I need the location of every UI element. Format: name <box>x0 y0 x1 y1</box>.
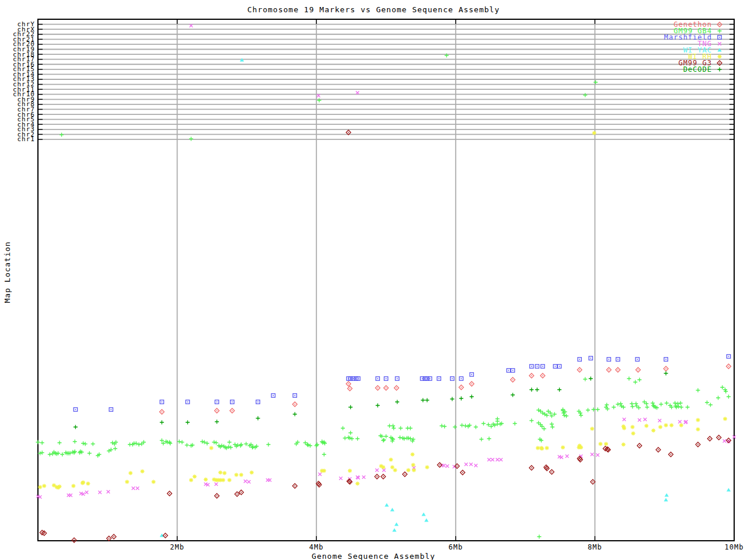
marker-tng <box>643 418 647 421</box>
marker-gm99-gb4 <box>634 402 638 406</box>
marker-wi-rh <box>204 478 208 482</box>
marker-tng <box>268 478 271 482</box>
marker-marshfield <box>607 358 610 361</box>
marker-genethon <box>469 382 474 386</box>
marker-wi-yac <box>665 494 669 497</box>
marker-gm99-gb4 <box>705 401 709 405</box>
marker-gm99-gb4 <box>579 414 583 418</box>
marker-wi-rh <box>411 463 416 467</box>
marker-gm99-g3 <box>375 474 379 479</box>
marker-gm99-gb4 <box>409 426 413 430</box>
marker-marshfield <box>437 377 441 380</box>
marker-gm99-g3 <box>717 435 721 440</box>
marker-gm99-gb4 <box>185 443 189 447</box>
marker-wi-yac <box>727 488 731 492</box>
marker-wi-rh <box>125 480 129 484</box>
marker-tng <box>244 480 247 483</box>
marker-decode <box>450 397 454 401</box>
marker-wi-rh <box>86 482 90 486</box>
marker-wi-rh <box>152 480 156 484</box>
marker-wi-rh <box>189 478 193 482</box>
marker-wi-rh <box>38 485 42 489</box>
marker-gm99-gb4 <box>306 443 310 447</box>
marker-gm99-gb4 <box>343 436 347 440</box>
marker-gm99-gb4 <box>659 402 663 407</box>
x-tick-label-6Mb: 6Mb <box>448 543 463 551</box>
marker-gm99-gb4 <box>391 424 395 428</box>
marker-gm99-gb4 <box>266 443 270 447</box>
marker-wi-rh <box>651 429 655 433</box>
marker-marshfield <box>256 400 260 404</box>
marker-gm99-gb4 <box>562 414 566 418</box>
marker-tng <box>678 420 682 424</box>
marker-wi-rh <box>412 468 416 473</box>
marker-wi-rh <box>42 484 46 488</box>
marker-wi-rh <box>393 468 397 473</box>
marker-gm99-g3 <box>637 443 642 448</box>
marker-gm99-gb4 <box>727 395 731 399</box>
marker-gm99-g3 <box>111 534 116 539</box>
marker-wi-rh <box>348 469 352 473</box>
marker-decode <box>74 425 78 429</box>
marker-marshfield <box>271 394 275 397</box>
marker-marshfield <box>530 365 533 368</box>
marker-genethon <box>347 386 352 391</box>
marker-gm99-g3 <box>107 536 111 541</box>
marker-gm99-gb4 <box>442 425 446 429</box>
x-tick-label-8Mb: 8Mb <box>588 543 602 551</box>
marker-gm99-gb4 <box>83 442 88 446</box>
marker-genethon <box>529 373 534 378</box>
marker-gm99-gb4 <box>409 437 413 441</box>
plot-border <box>38 19 734 541</box>
marker-gm99-gb4 <box>616 402 620 407</box>
marker-marshfield <box>451 377 454 380</box>
marker-wi-rh <box>406 468 410 473</box>
marker-gm99-gb4 <box>720 386 724 390</box>
marker-gm99-gb4 <box>696 388 700 393</box>
marker-wi-rh <box>140 470 144 474</box>
marker-marshfield <box>395 377 399 380</box>
marker-wi-rh <box>630 425 634 429</box>
series-wi-rh <box>38 131 727 490</box>
marker-wi-rh <box>228 478 232 482</box>
marker-decode <box>293 412 297 416</box>
marker-gm99-g3 <box>403 472 407 477</box>
marker-genethon <box>664 366 668 371</box>
marker-wi-rh <box>250 471 254 475</box>
marker-wi-rh <box>425 466 429 470</box>
marker-marshfield <box>535 365 539 368</box>
marker-wi-rh <box>389 458 393 462</box>
marker-gm99-gb4 <box>529 419 533 423</box>
marker-wi-rh <box>590 427 594 431</box>
marker-marshfield <box>541 365 544 368</box>
marker-gm99-gb4 <box>481 422 486 426</box>
marker-marshfield <box>376 377 379 380</box>
marker-tng <box>623 418 626 421</box>
marker-wi-rh <box>723 417 727 421</box>
marker-gm99-gb4 <box>388 424 392 428</box>
marker-tng <box>362 475 366 479</box>
marker-tng <box>596 453 599 457</box>
marker-wi-rh <box>679 424 683 428</box>
marker-gm99-g3 <box>656 447 661 452</box>
marker-gm99-gb4 <box>229 446 233 450</box>
marker-decode <box>215 420 219 424</box>
page-title: Chromosome 19 Markers vs Genome Sequence… <box>0 5 747 14</box>
marker-tng <box>85 491 89 494</box>
marker-gm99-gb4 <box>251 445 255 449</box>
marker-genethon <box>616 368 620 372</box>
marker-decode <box>664 372 668 376</box>
x-tick-label-10Mb: 10Mb <box>725 543 744 551</box>
marker-genethon <box>540 373 545 378</box>
marker-genethon <box>384 386 389 390</box>
y-axis-label: Map Location <box>3 247 12 303</box>
marker-tng <box>69 494 72 497</box>
marker-gm99-gb4 <box>594 80 598 85</box>
marker-gm99-gb4 <box>38 452 42 456</box>
marker-gm99-gb4 <box>513 422 517 426</box>
marker-marshfield <box>186 400 189 404</box>
marker-gm99-gb4 <box>453 425 457 429</box>
marker-gm99-gb4 <box>60 453 64 457</box>
marker-decode <box>376 404 380 408</box>
marker-marshfield <box>557 365 561 368</box>
